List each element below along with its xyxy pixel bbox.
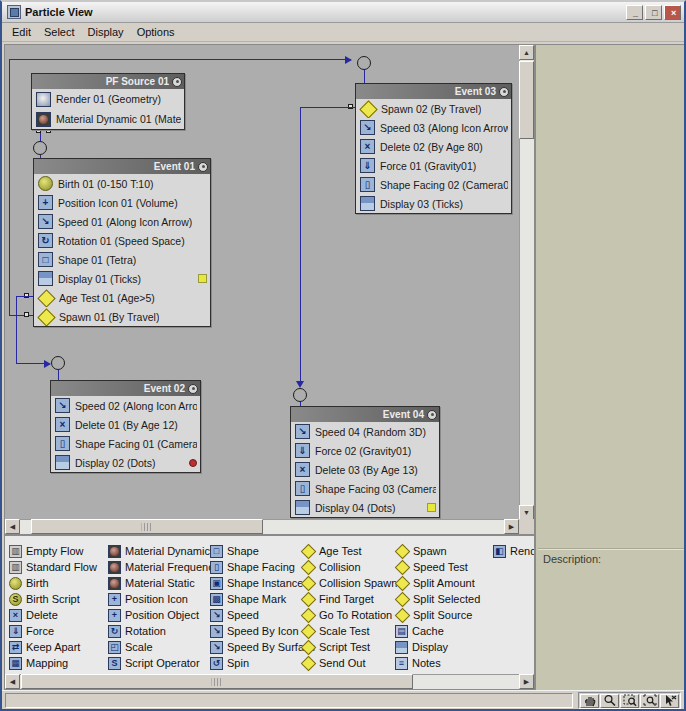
operator-row-delete-01[interactable]: ×Delete 01 (By Age 12) bbox=[51, 415, 200, 434]
depot-horizontal-scrollbar[interactable]: ◀ ▶ bbox=[5, 674, 534, 689]
node-title-bar[interactable]: Event 01 bbox=[34, 159, 210, 174]
depot-item-empty-flow[interactable]: ▥Empty Flow bbox=[9, 543, 97, 559]
depot-item-find-target[interactable]: Find Target bbox=[301, 591, 397, 607]
event02-input-circle[interactable] bbox=[51, 356, 65, 370]
depot-scroll-left-button[interactable]: ◀ bbox=[5, 674, 20, 689]
menu-options[interactable]: Options bbox=[133, 25, 184, 40]
event01-input-circle[interactable] bbox=[33, 141, 47, 155]
operator-row-delete-03[interactable]: ×Delete 03 (By Age 13) bbox=[291, 460, 439, 479]
node-event-01[interactable]: Event 01Birth 01 (0-150 T:10)+Position I… bbox=[33, 158, 211, 327]
depot-item-birth-script[interactable]: SBirth Script bbox=[9, 591, 97, 607]
depot-item-collision[interactable]: Collision bbox=[301, 559, 397, 575]
operator-row-force-01[interactable]: ⇓Force 01 (Gravity01) bbox=[356, 156, 511, 175]
depot-item-position-object[interactable]: +Position Object bbox=[108, 607, 219, 623]
depot-item-split-amount[interactable]: Split Amount bbox=[395, 575, 480, 591]
operator-row-spawn-02[interactable]: Spawn 02 (By Travel) bbox=[356, 99, 511, 118]
operator-row-speed-03[interactable]: ↘Speed 03 (Along Icon Arrow) bbox=[356, 118, 511, 137]
maximize-button[interactable]: □ bbox=[645, 5, 662, 20]
operator-row-age-test-01[interactable]: Age Test 01 (Age>5) bbox=[34, 288, 210, 307]
zoom-extents-tool-button[interactable] bbox=[640, 694, 659, 708]
operator-row-shape-facing-01[interactable]: ▯Shape Facing 01 (Camera01) bbox=[51, 434, 200, 453]
canvas-horizontal-scrollbar[interactable]: ◀ ▶ bbox=[5, 519, 519, 534]
depot-item-render[interactable]: ◧Render bbox=[493, 543, 535, 559]
operator-row-shape-facing-02[interactable]: ▯Shape Facing 02 (Camera01) bbox=[356, 175, 511, 194]
depot-item-display[interactable]: Display bbox=[395, 639, 480, 655]
horizontal-scroll-thumb[interactable] bbox=[31, 519, 263, 534]
menu-select[interactable]: Select bbox=[40, 25, 84, 40]
operator-row-shape-01[interactable]: □Shape 01 (Tetra) bbox=[34, 250, 210, 269]
depot-scroll-thumb[interactable] bbox=[21, 674, 413, 689]
scroll-up-button[interactable]: ▲ bbox=[519, 45, 534, 60]
operator-row-birth-01[interactable]: Birth 01 (0-150 T:10) bbox=[34, 174, 210, 193]
depot-item-material-static[interactable]: Material Static bbox=[108, 575, 219, 591]
depot-item-split-source[interactable]: Split Source bbox=[395, 607, 480, 623]
zoom-tool-button[interactable] bbox=[600, 694, 619, 708]
depot-item-collision-spawn[interactable]: Collision Spawn bbox=[301, 575, 397, 591]
depot-item-notes[interactable]: ≡Notes bbox=[395, 655, 480, 671]
zoom-region-tool-button[interactable] bbox=[620, 694, 639, 708]
depot-scroll-right-button[interactable]: ▶ bbox=[519, 674, 534, 689]
depot-item-birth[interactable]: Birth bbox=[9, 575, 97, 591]
minimize-button[interactable]: _ bbox=[626, 5, 643, 20]
operator-row-speed-02[interactable]: ↘Speed 02 (Along Icon Arrow) bbox=[51, 396, 200, 415]
depot-item-rotation[interactable]: ↻Rotation bbox=[108, 623, 219, 639]
operator-row-spawn-01[interactable]: Spawn 01 (By Travel) bbox=[34, 307, 210, 326]
depot-item-cache[interactable]: ▤Cache bbox=[395, 623, 480, 639]
menu-edit[interactable]: Edit bbox=[8, 25, 40, 40]
operator-row-force-02[interactable]: ⇓Force 02 (Gravity01) bbox=[291, 441, 439, 460]
event04-input-circle[interactable] bbox=[293, 388, 307, 402]
node-event-04[interactable]: Event 04↘Speed 04 (Random 3D)⇓Force 02 (… bbox=[290, 406, 440, 518]
depot-item-go-to-rotation[interactable]: Go To Rotation bbox=[301, 607, 397, 623]
depot-item-standard-flow[interactable]: ▥Standard Flow bbox=[9, 559, 97, 575]
operator-row-material-dynamic-01[interactable]: Material Dynamic 01 (Materi... bbox=[32, 109, 184, 129]
depot-item-script-operator[interactable]: SScript Operator bbox=[108, 655, 219, 671]
depot-item-speed-test[interactable]: Speed Test bbox=[395, 559, 480, 575]
event03-input-circle[interactable] bbox=[357, 56, 371, 70]
node-title-bar[interactable]: Event 04 bbox=[291, 407, 439, 422]
scroll-down-button[interactable]: ▼ bbox=[519, 505, 534, 520]
operator-row-delete-02[interactable]: ×Delete 02 (By Age 80) bbox=[356, 137, 511, 156]
operator-depot[interactable]: ▥Empty Flow▥Standard FlowBirthSBirth Scr… bbox=[4, 535, 535, 690]
menu-display[interactable]: Display bbox=[84, 25, 133, 40]
title-bar[interactable]: Particle View _ □ × bbox=[2, 2, 684, 23]
node-event-02[interactable]: Event 02↘Speed 02 (Along Icon Arrow)×Del… bbox=[50, 380, 201, 473]
pan-tool-button[interactable] bbox=[580, 694, 599, 708]
connector-stub[interactable] bbox=[24, 312, 29, 317]
depot-item-material-dynamic[interactable]: Material Dynamic bbox=[108, 543, 219, 559]
operator-row-display-01[interactable]: Display 01 (Ticks) bbox=[34, 269, 210, 288]
depot-item-material-frequency[interactable]: Material Frequency bbox=[108, 559, 219, 575]
depot-item-delete[interactable]: ×Delete bbox=[9, 607, 97, 623]
depot-item-send-out[interactable]: Send Out bbox=[301, 655, 397, 671]
depot-item-mapping[interactable]: ▦Mapping bbox=[9, 655, 97, 671]
node-title-bar[interactable]: Event 02 bbox=[51, 381, 200, 396]
node-event-03[interactable]: Event 03Spawn 02 (By Travel)↘Speed 03 (A… bbox=[355, 83, 512, 214]
depot-item-age-test[interactable]: Age Test bbox=[301, 543, 397, 559]
operator-row-render-01[interactable]: Render 01 (Geometry) bbox=[32, 89, 184, 109]
operator-row-shape-facing-03[interactable]: ▯Shape Facing 03 (Camera01) bbox=[291, 479, 439, 498]
depot-item-scale-test[interactable]: Scale Test bbox=[301, 623, 397, 639]
operator-row-display-03[interactable]: Display 03 (Ticks) bbox=[356, 194, 511, 213]
scroll-right-button[interactable]: ▶ bbox=[504, 519, 519, 534]
depot-item-force[interactable]: ⇓Force bbox=[9, 623, 97, 639]
no-zoom-tool-button[interactable] bbox=[660, 694, 679, 708]
depot-item-scale[interactable]: ◰Scale bbox=[108, 639, 219, 655]
node-pf-source-01[interactable]: PF Source 01Render 01 (Geometry)Material… bbox=[31, 73, 185, 130]
depot-item-spawn[interactable]: Spawn bbox=[395, 543, 480, 559]
scroll-left-button[interactable]: ◀ bbox=[5, 519, 20, 534]
operator-row-display-02[interactable]: Display 02 (Dots) bbox=[51, 453, 200, 472]
canvas-vertical-scrollbar[interactable]: ▲ ▼ bbox=[519, 45, 534, 520]
depot-item-split-selected[interactable]: Split Selected bbox=[395, 591, 480, 607]
vertical-scroll-thumb[interactable] bbox=[519, 61, 534, 139]
close-button[interactable]: × bbox=[664, 5, 681, 20]
operator-row-speed-04[interactable]: ↘Speed 04 (Random 3D) bbox=[291, 422, 439, 441]
depot-item-script-test[interactable]: Script Test bbox=[301, 639, 397, 655]
operator-row-speed-01[interactable]: ↘Speed 01 (Along Icon Arrow) bbox=[34, 212, 210, 231]
operator-row-position-icon-01[interactable]: +Position Icon 01 (Volume) bbox=[34, 193, 210, 212]
operator-row-display-04[interactable]: Display 04 (Dots) bbox=[291, 498, 439, 517]
operator-row-rotation-01[interactable]: ↻Rotation 01 (Speed Space) bbox=[34, 231, 210, 250]
node-title-bar[interactable]: Event 03 bbox=[356, 84, 511, 99]
node-title-bar[interactable]: PF Source 01 bbox=[32, 74, 184, 89]
depot-item-keep-apart[interactable]: ⇄Keep Apart bbox=[9, 639, 97, 655]
depot-item-position-icon[interactable]: +Position Icon bbox=[108, 591, 219, 607]
event-display-canvas[interactable]: PF Source 01Render 01 (Geometry)Material… bbox=[4, 44, 535, 535]
